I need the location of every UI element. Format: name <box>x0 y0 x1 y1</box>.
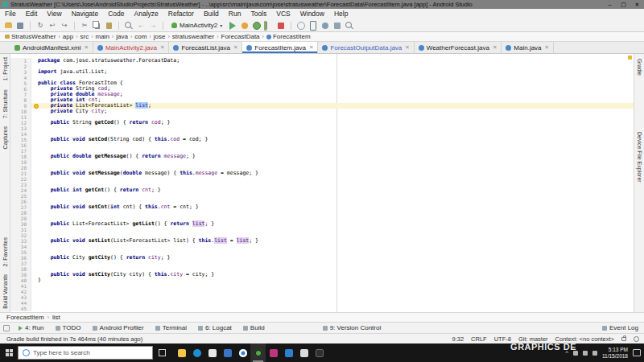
tab-main-java[interactable]: Main.java✕ <box>502 42 554 53</box>
tool-strip-device-file-explorer[interactable]: Device File Explorer <box>637 132 642 183</box>
code-line[interactable]: 21 public void setMessage(double message… <box>10 171 634 176</box>
line-number[interactable]: 45 <box>10 306 31 311</box>
taskbar-app-store[interactable] <box>204 343 220 362</box>
code-line[interactable]: 44 <box>10 300 634 306</box>
copy-icon[interactable] <box>92 21 101 31</box>
line-number[interactable]: 5 <box>10 80 31 86</box>
code-line[interactable]: 33 public void setList(List<ForecastList… <box>10 238 634 244</box>
line-number[interactable]: 2 <box>10 64 31 69</box>
line-number[interactable]: 31 <box>10 227 31 232</box>
avd-manager-icon[interactable] <box>308 21 318 31</box>
line-number[interactable]: 17 <box>10 148 31 154</box>
start-button[interactable] <box>0 343 18 362</box>
save-all-icon[interactable] <box>15 21 25 31</box>
code-line[interactable]: 42 <box>10 289 634 294</box>
menu-item-tools[interactable]: Tools <box>246 9 271 19</box>
maximize-button[interactable]: ▢ <box>617 0 630 9</box>
line-number[interactable]: 11 <box>10 114 31 120</box>
taskbar-app-terminal[interactable] <box>312 343 327 362</box>
code-line[interactable]: 13 <box>10 125 634 131</box>
line-number[interactable]: 3 <box>10 69 31 75</box>
menu-item-view[interactable]: View <box>42 9 66 19</box>
line-number[interactable]: 6 <box>10 86 31 92</box>
line-number[interactable]: 28 <box>10 210 31 216</box>
breadcrumb-item-forecastitem[interactable]: ForecastItem <box>266 33 311 40</box>
code-editor[interactable]: 1package com.jose.stratusweather.Forecas… <box>10 54 634 312</box>
line-number[interactable]: 34 <box>10 244 31 249</box>
line-number[interactable]: 7 <box>10 92 31 97</box>
run-configuration-select[interactable]: MainActivity2▾ <box>168 22 225 29</box>
line-number[interactable]: 15 <box>10 137 31 142</box>
tab-androidmanifest-xml[interactable]: AndroidManifest.xml✕ <box>10 42 93 53</box>
close-button[interactable]: ✕ <box>630 0 644 9</box>
task-view-button[interactable] <box>153 343 171 362</box>
tab-close-icon[interactable]: ✕ <box>84 44 88 51</box>
tool-window-terminal[interactable]: Terminal <box>150 324 192 331</box>
taskbar-app-vscode[interactable] <box>281 343 296 362</box>
code-area[interactable]: 1package com.jose.stratusweather.Forecas… <box>10 54 634 312</box>
line-number[interactable]: 32 <box>10 232 31 238</box>
tab-close-icon[interactable]: ✕ <box>160 44 164 51</box>
breadcrumb-item-com[interactable]: com› <box>134 33 153 40</box>
tool-window-run[interactable]: 4: Run <box>13 324 50 331</box>
tab-forecastitem-java[interactable]: ForecastItem.java✕ <box>242 42 318 53</box>
menu-item-analyze[interactable]: Analyze <box>130 9 163 19</box>
line-number[interactable]: 38 <box>10 266 31 272</box>
menu-item-run[interactable]: Run <box>224 9 246 19</box>
run-icon[interactable] <box>228 21 237 31</box>
inspection-indicator-icon[interactable] <box>628 56 632 60</box>
breadcrumb-item-jose[interactable]: jose› <box>154 33 172 40</box>
action-center-icon[interactable] <box>633 349 641 356</box>
bottom-breadcrumb-list[interactable]: list <box>52 314 60 321</box>
code-line[interactable]: 39 public void setCity(City city) { this… <box>10 272 634 278</box>
line-number[interactable]: 35 <box>10 249 31 255</box>
apply-changes-icon[interactable] <box>240 21 250 31</box>
line-number[interactable]: 4 <box>10 75 31 80</box>
breadcrumb-item-stratusweather[interactable]: StratusWeather› <box>5 33 63 40</box>
taskbar-app-chrome[interactable] <box>235 343 250 362</box>
tool-window-switcher-icon[interactable] <box>3 325 10 331</box>
code-line[interactable]: 28 <box>10 210 634 216</box>
tool-strip-build-variants[interactable]: Build Variants <box>2 274 8 309</box>
find-icon[interactable] <box>124 21 134 31</box>
attach-debugger-icon[interactable] <box>296 21 306 31</box>
taskbar-search-input[interactable]: Type here to search <box>18 346 153 360</box>
memory-indicator-icon[interactable] <box>634 336 639 342</box>
back-icon[interactable]: ← <box>136 21 146 31</box>
tab-forecastlist-java[interactable]: ForecastList.java✕ <box>169 42 242 53</box>
tool-strip-gradle[interactable]: Gradle <box>637 59 642 76</box>
taskbar-app-file-explorer[interactable] <box>174 343 189 362</box>
line-number[interactable]: 23 <box>10 182 31 187</box>
code-line[interactable]: 24 public int getCnt() { return cnt; } <box>10 187 634 193</box>
debug-icon[interactable] <box>252 21 262 31</box>
tab-forecastoutputdata-java[interactable]: ForecastOutputData.java✕ <box>318 42 414 53</box>
status-item-crlf[interactable]: CRLF <box>471 335 487 343</box>
code-line[interactable]: 7 private double message; <box>10 92 634 97</box>
code-line[interactable]: 16 <box>10 142 634 148</box>
code-line[interactable]: 30 public List<ForecastList> getList() {… <box>10 221 634 227</box>
code-line[interactable]: 15 public void setCod(String cod) { this… <box>10 137 634 142</box>
redo-icon[interactable]: ↪ <box>60 21 69 31</box>
line-number[interactable]: 39 <box>10 272 31 278</box>
code-line[interactable]: 12 public String getCod() { return cod; … <box>10 120 634 125</box>
line-number[interactable]: 29 <box>10 216 31 221</box>
tool-window-logcat[interactable]: 6: Logcat <box>192 324 237 331</box>
line-number[interactable]: 42 <box>10 289 31 294</box>
line-number[interactable]: 22 <box>10 176 31 182</box>
breadcrumb-item-stratusweather[interactable]: stratusweather› <box>172 33 221 40</box>
line-number[interactable]: 14 <box>10 131 31 137</box>
tool-strip-7-structure[interactable]: 7: Structure <box>2 89 8 118</box>
breadcrumb-item-main[interactable]: main› <box>96 33 117 40</box>
breadcrumb-item-app[interactable]: app› <box>63 33 80 40</box>
code-line[interactable]: 1package com.jose.stratusweather.Forecas… <box>10 58 634 64</box>
breadcrumb-item-forecastdata[interactable]: ForecastData› <box>221 33 266 40</box>
undo-icon[interactable]: ↩ <box>47 21 57 31</box>
tab-mainactivity2-java[interactable]: MainActivity2.java✕ <box>93 42 169 53</box>
line-number[interactable]: 20 <box>10 165 31 171</box>
line-number[interactable]: 12 <box>10 120 31 125</box>
cut-icon[interactable]: ✂ <box>80 21 89 31</box>
line-number[interactable]: 25 <box>10 193 31 199</box>
menu-item-refactor[interactable]: Refactor <box>163 9 199 19</box>
line-number[interactable]: 30 <box>10 221 31 227</box>
tab-close-icon[interactable]: ✕ <box>405 44 409 51</box>
